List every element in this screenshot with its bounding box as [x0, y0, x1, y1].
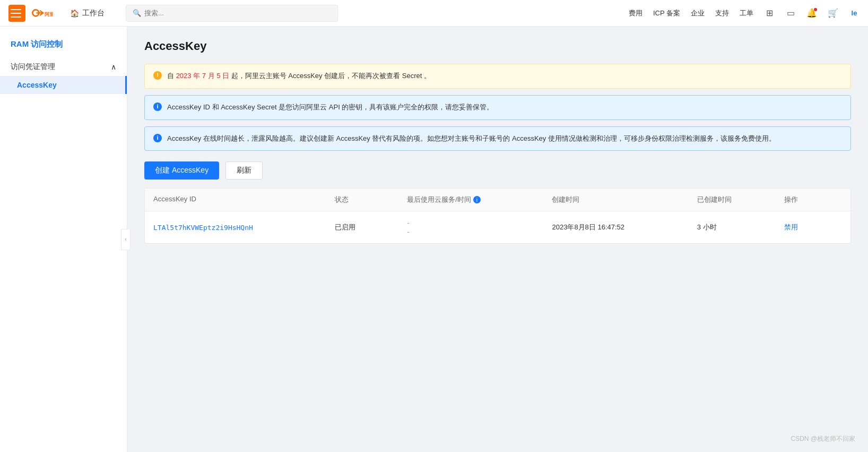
info-alert-2-text: AccessKey 在线时间越长，泄露风险越高。建议创建新 AccessKey …: [167, 133, 776, 144]
info-icon-2: i: [153, 134, 162, 142]
hamburger-menu-button[interactable]: [8, 5, 25, 22]
accesskey-id-cell: LTAl5t7hKVWEptz2i9HsHQnH: [153, 224, 335, 232]
nav-support-link[interactable]: 支持: [715, 8, 729, 18]
col-header-last-used: 最后使用云服务/时间 i: [407, 195, 552, 204]
toolbar: 创建 AccessKey 刷新: [144, 161, 851, 180]
info-alert-1-text: AccessKey ID 和 AccessKey Secret 是您访问阿里云 …: [167, 102, 493, 113]
search-input[interactable]: [144, 9, 331, 17]
last-used-cell: - -: [407, 219, 552, 236]
info-alert-2: i AccessKey 在线时间越长，泄露风险越高。建议创建新 AccessKe…: [144, 126, 851, 151]
nav-enterprise-link[interactable]: 企业: [691, 8, 705, 18]
sidebar-title: RAM 访问控制: [0, 35, 127, 58]
notification-icon[interactable]: 🔔: [806, 8, 817, 19]
col-header-created-time: 创建时间: [552, 195, 697, 204]
col-header-id: AccessKey ID: [153, 195, 335, 204]
home-icon: 🏠: [70, 9, 79, 18]
main-content: AccessKey ! 自 2023 年 7 月 5 日 起，阿里云主账号 Ac…: [127, 27, 868, 452]
warning-alert: ! 自 2023 年 7 月 5 日 起，阿里云主账号 AccessKey 创建…: [144, 64, 851, 89]
refresh-button[interactable]: 刷新: [225, 161, 263, 180]
console-icon[interactable]: ⊞: [764, 8, 775, 19]
notification-dot: [814, 8, 817, 11]
chevron-up-icon: ∧: [111, 63, 116, 71]
info-alert-1: i AccessKey ID 和 AccessKey Secret 是您访问阿里…: [144, 95, 851, 120]
col-header-status: 状态: [335, 195, 407, 204]
sidebar-group-access-credential[interactable]: 访问凭证管理 ∧: [0, 58, 127, 76]
search-icon: 🔍: [133, 9, 141, 17]
col-header-duration: 已创建时间: [697, 195, 784, 204]
sidebar-collapse-button[interactable]: ‹: [121, 229, 131, 250]
screen-icon[interactable]: ▭: [785, 8, 796, 19]
aliyun-logo-icon: 阿里云: [32, 6, 53, 21]
nav-left: 阿里云 🏠 工作台: [8, 5, 105, 22]
status-cell: 已启用: [335, 223, 407, 232]
search-bar[interactable]: 🔍: [126, 5, 338, 22]
workbench-link[interactable]: 🏠 工作台: [70, 8, 105, 18]
accesskey-table: AccessKey ID 状态 最后使用云服务/时间 i 创建时间 已创建时间 …: [144, 188, 851, 244]
workbench-label: 工作台: [82, 8, 105, 18]
sidebar-group-label: 访问凭证管理: [11, 62, 55, 72]
table-row: LTAl5t7hKVWEptz2i9HsHQnH 已启用 - - 2023年8月…: [145, 211, 850, 243]
nav-right: 费用 ICP 备案 企业 支持 工单 ⊞ ▭ 🔔 🛒 Ie: [629, 8, 860, 19]
nav-fee-link[interactable]: 费用: [629, 8, 643, 18]
user-avatar[interactable]: Ie: [849, 8, 860, 19]
page-layout: RAM 访问控制 访问凭证管理 ∧ AccessKey ‹ AccessKey …: [0, 27, 868, 452]
sidebar-item-label: AccessKey: [17, 81, 57, 89]
footer-watermark: CSDN @栈老师不回家: [791, 434, 855, 444]
duration-cell: 3 小时: [697, 223, 784, 232]
cart-icon[interactable]: 🛒: [828, 8, 838, 19]
warning-alert-text: 自 2023 年 7 月 5 日 起，阿里云主账号 AccessKey 创建后，…: [167, 71, 431, 82]
warning-icon: !: [153, 71, 162, 80]
last-used-info-icon[interactable]: i: [473, 196, 481, 203]
create-accesskey-button[interactable]: 创建 AccessKey: [144, 161, 219, 180]
created-time-cell: 2023年8月8日 16:47:52: [552, 223, 697, 232]
table-header: AccessKey ID 状态 最后使用云服务/时间 i 创建时间 已创建时间 …: [145, 189, 850, 211]
nav-icp-link[interactable]: ICP 备案: [653, 8, 680, 18]
disable-action-link[interactable]: 禁用: [784, 223, 798, 231]
top-navigation: 阿里云 🏠 工作台 🔍 费用 ICP 备案 企业 支持 工单 ⊞ ▭ 🔔 🛒 I…: [0, 0, 868, 27]
logo-area: 阿里云: [32, 6, 53, 21]
page-title: AccessKey: [144, 39, 851, 53]
col-header-action: 操作: [784, 195, 842, 204]
info-icon-1: i: [153, 103, 162, 111]
sidebar-item-accesskey[interactable]: AccessKey: [0, 76, 127, 94]
svg-text:阿里云: 阿里云: [45, 12, 53, 17]
sidebar: RAM 访问控制 访问凭证管理 ∧ AccessKey ‹: [0, 27, 127, 452]
nav-workorder-link[interactable]: 工单: [740, 8, 753, 18]
action-cell: 禁用: [784, 223, 842, 232]
